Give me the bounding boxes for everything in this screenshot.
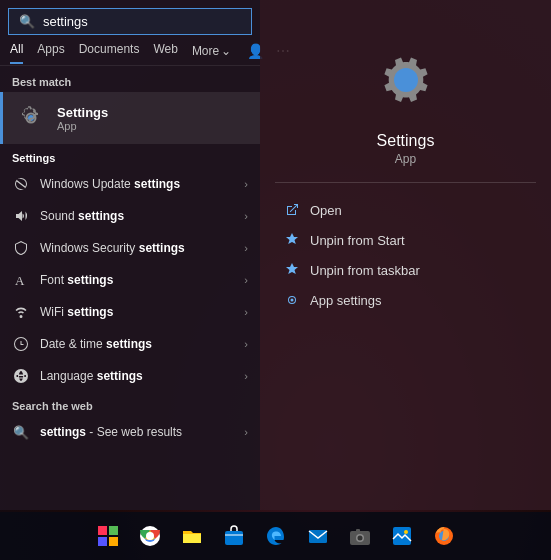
svg-point-10 [357, 536, 362, 541]
taskbar-mail[interactable] [300, 518, 336, 554]
chevron-icon: › [244, 426, 248, 438]
search-input[interactable] [43, 14, 241, 29]
best-match-text: Settings App [57, 105, 108, 132]
unpin-taskbar-icon [284, 262, 300, 278]
list-item-windows-update[interactable]: Windows Update settings › [0, 168, 260, 200]
best-match-title: Settings [57, 105, 108, 120]
taskbar-windows-button[interactable] [90, 518, 126, 554]
unpin-start-icon [284, 232, 300, 248]
open-icon [284, 202, 300, 218]
chevron-icon: › [244, 306, 248, 318]
best-match-label: Best match [0, 66, 260, 92]
datetime-icon [12, 335, 30, 353]
list-item-sound[interactable]: Sound settings › [0, 200, 260, 232]
chevron-down-icon: ⌄ [221, 44, 231, 58]
app-settings-icon [284, 292, 300, 308]
list-item-text-security: Windows Security settings [40, 241, 234, 255]
sound-icon [12, 207, 30, 225]
search-icon: 🔍 [19, 14, 35, 29]
search-tabs: All Apps Documents Web More ⌄ 👤 ⋯ [0, 35, 260, 66]
tab-apps[interactable]: Apps [37, 42, 64, 60]
app-type: App [395, 152, 416, 166]
list-item-text-language: Language settings [40, 369, 234, 383]
best-match-subtitle: App [57, 120, 108, 132]
search-bar: 🔍 [8, 8, 252, 35]
list-item-text-datetime: Date & time settings [40, 337, 234, 351]
settings-section-label: Settings [0, 144, 260, 168]
svg-point-2 [394, 68, 418, 92]
svg-rect-11 [356, 529, 360, 532]
svg-rect-7 [309, 530, 327, 543]
list-item-text-windows-update: Windows Update settings [40, 177, 234, 191]
action-unpin-start[interactable]: Unpin from Start [284, 225, 527, 255]
svg-point-5 [146, 532, 154, 540]
chevron-icon: › [244, 274, 248, 286]
settings-app-icon-large [366, 40, 446, 120]
tab-more[interactable]: More ⌄ [192, 44, 231, 58]
action-unpin-start-text: Unpin from Start [310, 233, 405, 248]
taskbar-file-explorer[interactable] [174, 518, 210, 554]
list-item-wifi[interactable]: WiFi settings › [0, 296, 260, 328]
list-item-text-font: Font settings [40, 273, 234, 287]
list-item-language[interactable]: Language settings › [0, 360, 260, 392]
action-open-text: Open [310, 203, 342, 218]
list-item-text-wifi: WiFi settings [40, 305, 234, 319]
chevron-icon: › [244, 210, 248, 222]
search-web-label: Search the web [0, 392, 260, 416]
divider [275, 182, 537, 183]
taskbar-store[interactable] [216, 518, 252, 554]
best-match-item[interactable]: Settings App [0, 92, 260, 144]
list-item-security[interactable]: Windows Security settings › [0, 232, 260, 264]
taskbar-edge[interactable] [258, 518, 294, 554]
taskbar-camera[interactable] [342, 518, 378, 554]
settings-app-icon-small [15, 102, 47, 134]
list-item-font[interactable]: A Font settings › [0, 264, 260, 296]
chevron-icon: › [244, 370, 248, 382]
action-app-settings-text: App settings [310, 293, 382, 308]
app-name: Settings [377, 132, 435, 150]
taskbar [0, 512, 551, 560]
list-item-datetime[interactable]: Date & time settings › [0, 328, 260, 360]
action-unpin-taskbar-text: Unpin from taskbar [310, 263, 420, 278]
action-unpin-taskbar[interactable]: Unpin from taskbar [284, 255, 527, 285]
list-item-text-sound: Sound settings [40, 209, 234, 223]
security-icon [12, 239, 30, 257]
language-icon [12, 367, 30, 385]
action-list: Open Unpin from Start Unpin from taskbar… [260, 195, 551, 315]
taskbar-photos[interactable] [384, 518, 420, 554]
chevron-icon: › [244, 178, 248, 190]
web-search-item[interactable]: 🔍 settings - See web results › [0, 416, 260, 448]
taskbar-chrome[interactable] [132, 518, 168, 554]
chevron-icon: › [244, 242, 248, 254]
svg-rect-6 [225, 531, 243, 545]
tab-documents[interactable]: Documents [79, 42, 140, 60]
tab-web[interactable]: Web [153, 42, 177, 60]
wifi-icon [12, 303, 30, 321]
web-search-text: settings - See web results [40, 425, 234, 439]
svg-point-13 [404, 530, 408, 534]
taskbar-firefox[interactable] [426, 518, 462, 554]
search-panel: 🔍 All Apps Documents Web More ⌄ 👤 ⋯ Best… [0, 0, 260, 510]
windows-logo [98, 526, 118, 546]
font-icon: A [12, 271, 30, 289]
action-open[interactable]: Open [284, 195, 527, 225]
chevron-icon: › [244, 338, 248, 350]
action-app-settings[interactable]: App settings [284, 285, 527, 315]
tab-all[interactable]: All [10, 42, 23, 60]
svg-text:A: A [15, 273, 25, 288]
windows-update-icon [12, 175, 30, 193]
web-search-icon: 🔍 [12, 423, 30, 441]
right-panel: Settings App Open Unpin from Start Unpin… [260, 0, 551, 510]
